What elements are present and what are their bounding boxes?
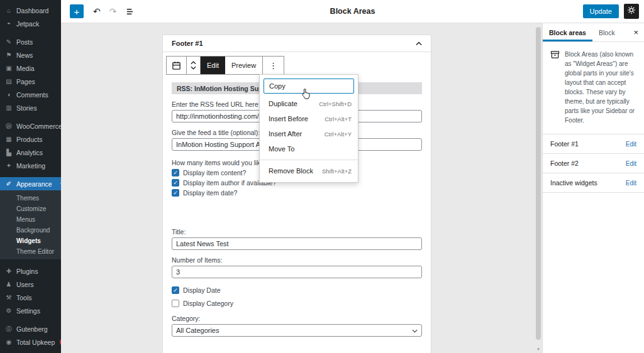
editor-scrollbar[interactable] — [536, 27, 541, 340]
menu-item-duplicate[interactable]: Duplicate Ctrl+Shift+D — [260, 96, 358, 111]
menu-separator — [0, 172, 61, 177]
sidebar-item-plugins[interactable]: ✚ Plugins — [0, 264, 61, 278]
checkbox-icon[interactable] — [172, 179, 179, 187]
update-count-badge: 2 — [60, 338, 61, 346]
sidebar-item-label: Analytics — [16, 149, 43, 156]
block-mover[interactable] — [186, 57, 201, 74]
submenu-item-background[interactable]: Background — [0, 225, 61, 236]
sidebar-item-label: News — [16, 52, 33, 59]
sidebar-item-label: Jetpack — [16, 20, 39, 28]
update-button[interactable]: Update — [583, 4, 619, 18]
rss-block-icon[interactable] — [167, 57, 186, 74]
media-icon: ▣ — [5, 65, 13, 72]
tab-block-areas[interactable]: Block areas — [543, 23, 592, 41]
sidebar-item-total-upkeep[interactable]: ◉ Total Upkeep 2 — [0, 335, 61, 349]
settings-icon: ⚙ — [5, 307, 13, 314]
close-icon[interactable]: × — [628, 23, 644, 41]
total-upkeep-icon: ◉ — [5, 339, 13, 345]
sidebar-item-media[interactable]: ▣ Media — [0, 62, 61, 75]
sidebar-item-label: Stories — [16, 104, 37, 112]
checkbox-icon[interactable] — [172, 300, 179, 307]
list-view-icon[interactable] — [121, 7, 139, 16]
sidebar-item-jetpack[interactable]: ◓ Jetpack — [0, 17, 61, 30]
checkbox-icon[interactable] — [172, 286, 179, 294]
editor-header: + ↶ ↷ Block Areas Update — [61, 0, 644, 23]
display-category-checkbox[interactable]: Display Category — [172, 300, 422, 307]
chevron-down-icon — [412, 327, 418, 334]
edit-tab-button[interactable]: Edit — [201, 57, 225, 74]
sidebar-item-label: Settings — [16, 307, 40, 315]
inspector-tabs: Block areas Block × — [543, 23, 644, 42]
sidebar-item-label: Comments — [16, 91, 48, 99]
block-area-row-footer-2: Footer #2 Edit — [543, 154, 644, 173]
sidebar-item-label: Plugins — [16, 268, 38, 275]
widget-area-icon — [550, 50, 560, 125]
undo-icon[interactable]: ↶ — [89, 6, 105, 16]
block-area-row-footer-1: Footer #1 Edit — [543, 134, 644, 154]
sidebar-item-label: Tools — [16, 294, 32, 301]
editor-canvas: Footer #1 Edit Preview ⋮ — [61, 23, 542, 353]
submenu-item-widgets[interactable]: Widgets — [0, 236, 61, 246]
menu-item-insert-before[interactable]: Insert Before Ctrl+Alt+T — [260, 111, 358, 126]
sidebar-item-users[interactable]: ♟ Users — [0, 278, 61, 291]
analytics-icon: ▙ — [5, 149, 13, 156]
submenu-item-menus[interactable]: Menus — [0, 214, 61, 225]
checkbox-icon[interactable] — [172, 189, 179, 197]
redo-icon[interactable]: ↷ — [105, 6, 121, 16]
sidebar-item-woocommerce[interactable]: Ⓦ WooCommerce — [0, 119, 61, 133]
sidebar-item-marketing[interactable]: ✦ Marketing — [0, 159, 61, 172]
sidebar-item-label: Products — [16, 136, 42, 143]
menu-item-remove-block[interactable]: Remove Block Shift+Alt+Z — [260, 163, 358, 178]
menu-item-move-to[interactable]: Move To — [260, 141, 358, 156]
plugins-icon: ✚ — [5, 268, 13, 274]
submenu-item-theme-editor[interactable]: Theme Editor — [0, 246, 61, 257]
sidebar-item-analytics[interactable]: ▙ Analytics — [0, 146, 61, 159]
sidebar-item-posts[interactable]: ✎ Posts — [0, 35, 61, 48]
pages-icon: ▤ — [5, 78, 13, 85]
checkbox-icon[interactable] — [172, 169, 179, 176]
submenu-item-customize[interactable]: Customize — [0, 204, 61, 214]
sidebar-item-pages[interactable]: ▤ Pages — [0, 75, 61, 88]
inspector-sidebar: Block areas Block × Block Areas (also kn… — [542, 23, 644, 353]
edit-footer-2-link[interactable]: Edit — [626, 160, 636, 167]
sidebar-item-label: Appearance — [16, 180, 52, 188]
panel-header[interactable]: Footer #1 — [163, 35, 431, 52]
sidebar-item-stories[interactable]: ▥ Stories — [0, 101, 61, 114]
products-icon: ▦ — [5, 136, 13, 143]
sidebar-item-dashboard[interactable]: ⌂ Dashboard — [0, 4, 61, 17]
sidebar-item-products[interactable]: ▦ Products — [0, 133, 61, 146]
settings-toggle-button[interactable] — [624, 4, 639, 19]
tools-icon: ⚒ — [5, 294, 13, 301]
scroll-down-icon[interactable] — [536, 347, 541, 352]
menu-separator — [0, 259, 61, 264]
menu-item-insert-after[interactable]: Insert After Ctrl+Alt+Y — [260, 126, 358, 141]
sidebar-item-gutenberg[interactable]: Ⓖ Gutenberg — [0, 322, 61, 335]
display-date-checkbox[interactable]: Display Date — [172, 286, 422, 294]
users-icon: ♟ — [5, 281, 13, 288]
news-count-input[interactable] — [172, 266, 422, 278]
appearance-submenu: Themes Customize Menus Background Widget… — [0, 190, 61, 259]
tab-block[interactable]: Block — [592, 23, 621, 41]
sidebar-item-appearance[interactable]: ✐ Appearance — [0, 177, 61, 190]
gear-icon — [627, 6, 636, 17]
sidebar-item-collapse-menu[interactable]: ◀ Collapse menu — [0, 349, 61, 353]
sidebar-item-comments[interactable]: ◖ Comments — [0, 88, 61, 101]
preview-tab-button[interactable]: Preview — [225, 57, 262, 74]
news-count-label: Number of Items: — [172, 256, 422, 264]
sidebar-item-label: Pages — [16, 78, 35, 85]
display-item-date-checkbox[interactable]: Display item date? — [172, 189, 422, 197]
category-select[interactable]: All Categories — [172, 324, 422, 337]
edit-inactive-widgets-link[interactable]: Edit — [626, 180, 636, 187]
edit-footer-1-link[interactable]: Edit — [626, 141, 636, 148]
sidebar-item-news[interactable]: ⚑ News — [0, 48, 61, 62]
sidebar-item-settings[interactable]: ⚙ Settings — [0, 304, 61, 317]
comments-icon: ◖ — [5, 91, 13, 98]
more-options-icon[interactable]: ⋮ — [262, 57, 284, 74]
menu-item-copy[interactable]: Copy — [264, 79, 354, 94]
chevron-up-icon[interactable] — [416, 40, 422, 47]
sidebar-item-tools[interactable]: ⚒ Tools — [0, 291, 61, 304]
move-up-icon — [191, 61, 196, 65]
submenu-item-themes[interactable]: Themes — [0, 193, 61, 204]
block-inserter-button[interactable]: + — [70, 4, 84, 18]
news-title-input[interactable] — [172, 237, 422, 250]
